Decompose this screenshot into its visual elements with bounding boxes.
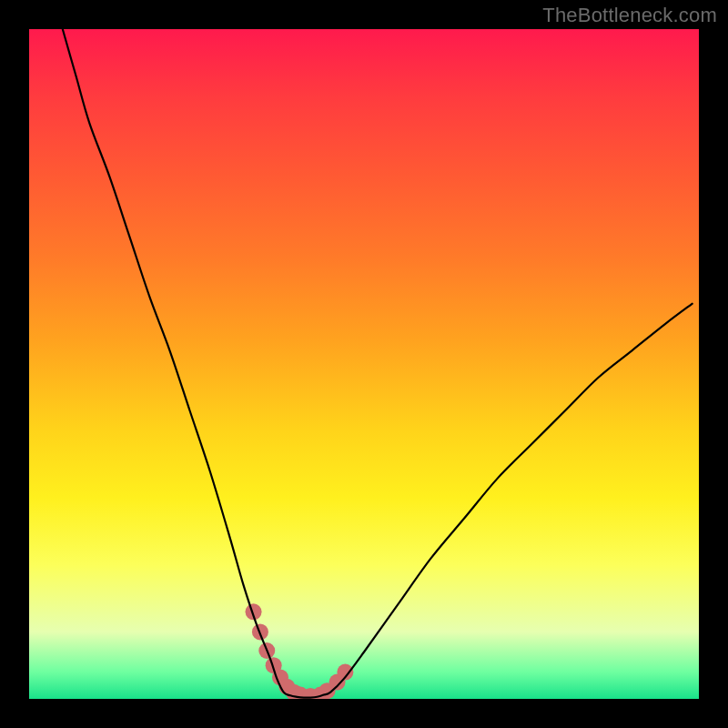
- plot-area: [29, 29, 699, 699]
- trough-markers: [246, 603, 354, 699]
- watermark-text: TheBottleneck.com: [542, 4, 717, 27]
- chart-frame: TheBottleneck.com: [0, 0, 728, 728]
- bottleneck-curve: [63, 29, 693, 698]
- curve-layer: [29, 29, 699, 699]
